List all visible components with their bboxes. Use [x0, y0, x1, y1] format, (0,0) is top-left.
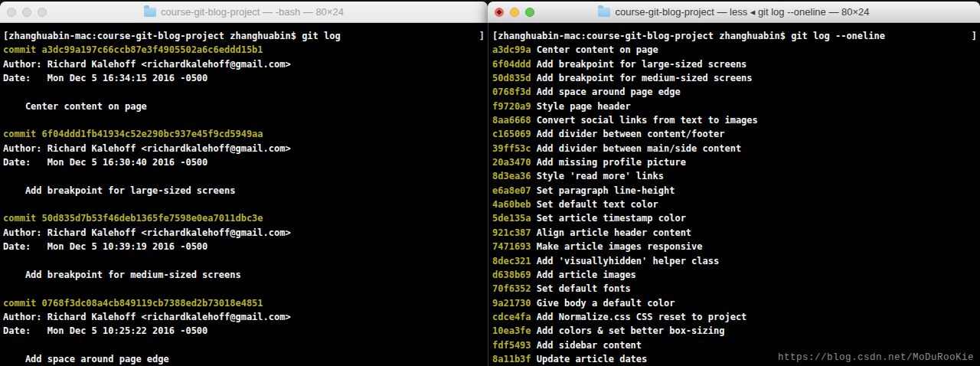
commit-message: Add colors & set better box-sizing: [531, 325, 725, 336]
commit-date-line: Date: Mon Dec 5 10:39:19 2016 -0500: [3, 240, 485, 253]
watermark: https://blog.csdn.net/MoDuRooKie: [778, 352, 974, 363]
commit-message: Set default fonts: [531, 283, 631, 294]
prompt-line: [zhanghuabin-mac:course-git-blog-project…: [3, 29, 485, 43]
oneline-commit-row: 6f04ddd Add breakpoint for large-sized s…: [492, 57, 977, 71]
commit-message: Style 'read more' links: [531, 171, 664, 181]
zoom-button[interactable]: [525, 8, 534, 17]
folder-icon: [598, 8, 610, 17]
zoom-button[interactable]: [38, 8, 47, 17]
oneline-commit-row: 20a3470 Add missing profile picture: [492, 155, 977, 169]
titlebar-git-log[interactable]: course-git-blog-project — -bash — 80×24: [0, 2, 488, 23]
commit-message: Add breakpoint for medium-sized screens: [531, 73, 753, 83]
blank-line: [3, 282, 485, 296]
shell-prompt: [zhanghuabin-mac:course-git-blog-project…: [3, 29, 341, 43]
oneline-commit-row: a3dc99a Center content on page: [492, 43, 977, 57]
commit-hash: 70f6352: [492, 283, 531, 294]
oneline-commit-row: 39ff53c Add divider between main/side co…: [492, 142, 977, 155]
oneline-commit-row: cdce4fa Add Normalize.css CSS reset to p…: [492, 310, 977, 324]
titlebar-git-log-oneline[interactable]: course-git-blog-project — less ◂ git log…: [488, 2, 980, 23]
commit-hash: commit 50d835d7b53f46deb1365fe7598e0ea70…: [3, 213, 263, 224]
commit-hash: 7471693: [492, 241, 531, 252]
traffic-lights: [7, 2, 47, 22]
commit-date: Date: Mon Dec 5 10:39:19 2016 -0500: [3, 241, 207, 252]
commit-hash: 8d3ea36: [492, 171, 531, 181]
blank-line: [3, 113, 485, 127]
commit-date-line: Date: Mon Dec 5 16:34:15 2016 -0500: [3, 71, 485, 85]
blank-line: [3, 254, 485, 268]
terminal-window-git-log-oneline: course-git-blog-project — less ◂ git log…: [488, 2, 980, 366]
oneline-commit-row: 70f6352 Set default fonts: [492, 282, 977, 296]
oneline-commit-row: d638b69 Add article images: [492, 268, 977, 282]
oneline-commit-row: 10ea3fe Add colors & set better box-sizi…: [492, 324, 977, 338]
commit-hash: commit 6f04ddd1fb41934c52e290bc937e45f9c…: [3, 129, 263, 139]
commit-date: Date: Mon Dec 5 16:34:15 2016 -0500: [3, 73, 207, 83]
commit-message-line: Add breakpoint for medium-sized screens: [3, 268, 485, 282]
terminal-content-git-log-oneline[interactable]: [zhanghuabin-mac:course-git-blog-project…: [488, 23, 980, 366]
minimize-button[interactable]: [22, 8, 31, 17]
prompt-right-bracket: ]: [479, 29, 485, 43]
commit-hash: 6f04ddd: [492, 59, 531, 70]
commit-author: Author: Richard Kalehoff <richardkalehof…: [3, 227, 291, 238]
folder-icon: [144, 8, 156, 17]
commit-message: Set paragraph line-height: [531, 185, 675, 196]
commit-hash-line: commit 6f04ddd1fb41934c52e290bc937e45f9c…: [3, 127, 485, 141]
commit-hash-line: commit a3dc99a197c66ccb87e3f4905502a6c6e…: [3, 43, 485, 57]
oneline-commit-row: 8aa6668 Convert social links from text t…: [492, 113, 977, 127]
commit-author-line: Author: Richard Kalehoff <richardkalehof…: [3, 310, 485, 324]
commit-hash: 8dec321: [492, 256, 531, 266]
commit-author-line: Author: Richard Kalehoff <richardkalehof…: [3, 57, 485, 71]
commit-hash: 5de135a: [492, 213, 531, 224]
commit-message: Style page header: [531, 101, 631, 112]
commit-message: Align article header content: [531, 227, 692, 238]
blank-line: [3, 169, 485, 183]
commit-hash: 0768f3d: [492, 87, 531, 97]
commit-hash: fdf5493: [492, 340, 531, 351]
commit-message: Center content on page: [3, 101, 147, 112]
commit-message: Add breakpoint for large-sized screens: [531, 59, 747, 70]
oneline-commit-row: 8d3ea36 Style 'read more' links: [492, 169, 977, 183]
minimize-button[interactable]: [510, 8, 519, 17]
commit-hash: 50d835d: [492, 73, 531, 83]
terminal-content-git-log[interactable]: [zhanghuabin-mac:course-git-blog-project…: [0, 23, 488, 366]
shell-prompt: [zhanghuabin-mac:course-git-blog-project…: [492, 29, 885, 43]
commit-message: Add space around page edge: [531, 87, 681, 97]
commit-hash: 10ea3fe: [492, 325, 531, 336]
commit-hash: 8aa6668: [492, 115, 531, 126]
commit-hash: a3dc99a: [492, 44, 531, 55]
prompt-right-bracket: ]: [972, 29, 977, 43]
commit-message: Add 'visuallyhidden' helper class: [531, 256, 720, 266]
window-title: course-git-blog-project — -bash — 80×24: [161, 6, 344, 18]
commit-hash-line: commit 50d835d7b53f46deb1365fe7598e0ea70…: [3, 211, 485, 225]
commit-hash: 921c387: [492, 227, 531, 238]
title-wrap: course-git-blog-project — less ◂ git log…: [598, 6, 869, 18]
commit-hash: 39ff53c: [492, 143, 531, 154]
commit-message: Add divider between content/footer: [531, 129, 725, 139]
commit-message-line: Add breakpoint for large-sized screens: [3, 184, 485, 198]
commit-message: Add missing profile picture: [531, 157, 686, 168]
oneline-commit-row: 8dec321 Add 'visuallyhidden' helper clas…: [492, 254, 977, 268]
commit-message: Update article dates: [531, 354, 648, 364]
oneline-commit-row: 9a21730 Give body a default color: [492, 296, 977, 310]
commit-message: Add divider between main/side content: [531, 143, 742, 154]
commit-author: Author: Richard Kalehoff <richardkalehof…: [3, 143, 291, 154]
commit-date: Date: Mon Dec 5 10:25:22 2016 -0500: [3, 325, 207, 336]
commit-author-line: Author: Richard Kalehoff <richardkalehof…: [3, 142, 485, 155]
commit-hash: cdce4fa: [492, 312, 531, 322]
terminal-window-git-log: course-git-blog-project — -bash — 80×24 …: [0, 2, 488, 366]
commit-message: Make article images responsive: [531, 241, 703, 252]
commit-message: Add article images: [531, 270, 636, 280]
commit-hash: 8a11b3f: [492, 354, 531, 364]
commit-message: Give body a default color: [531, 298, 675, 309]
blank-line: [3, 338, 485, 352]
commit-author: Author: Richard Kalehoff <richardkalehof…: [3, 59, 291, 70]
commit-hash: commit a3dc99a197c66ccb87e3f4905502a6c6e…: [3, 44, 263, 55]
close-button[interactable]: [495, 8, 504, 17]
title-wrap: course-git-blog-project — -bash — 80×24: [144, 6, 344, 18]
commit-date-line: Date: Mon Dec 5 16:30:40 2016 -0500: [3, 155, 485, 169]
commit-date: Date: Mon Dec 5 16:30:40 2016 -0500: [3, 157, 207, 168]
close-button[interactable]: [7, 8, 16, 17]
oneline-commit-row: f9720a9 Style page header: [492, 100, 977, 113]
prompt-line: [zhanghuabin-mac:course-git-blog-project…: [492, 29, 977, 43]
commit-message: Set default text color: [531, 199, 658, 210]
commit-message: Add sidebar content: [531, 340, 642, 351]
